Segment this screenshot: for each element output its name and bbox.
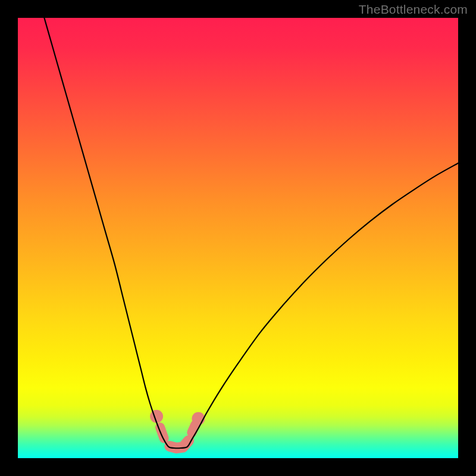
chart-stage: TheBottleneck.com [0,0,476,476]
bottleneck-curve [44,18,458,448]
watermark-text: TheBottleneck.com [359,2,468,17]
curve-layer [18,18,458,458]
plot-area [18,18,458,458]
